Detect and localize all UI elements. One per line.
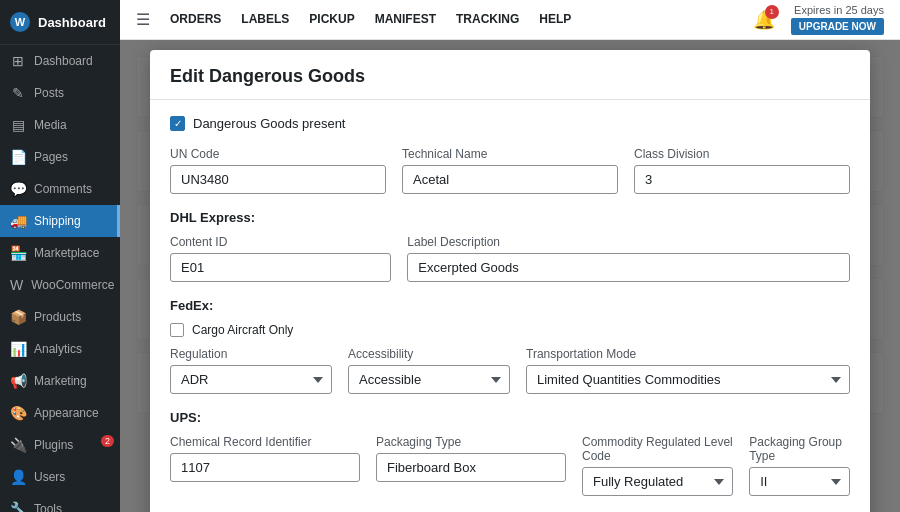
sidebar-item-marketing[interactable]: 📢 Marketing <box>0 365 120 397</box>
sidebar-item-tools[interactable]: 🔧 Tools <box>0 493 120 512</box>
dashboard-icon: ⊞ <box>10 53 26 69</box>
un-code-label: UN Code <box>170 147 386 161</box>
sidebar-item-appearance[interactable]: 🎨 Appearance <box>0 397 120 429</box>
fedex-section: FedEx: Cargo Aircraft Only Regulation AD… <box>170 298 850 394</box>
modal-body: Dangerous Goods present UN Code Technica… <box>150 100 870 512</box>
technical-name-input[interactable] <box>402 165 618 194</box>
hamburger-icon[interactable]: ☰ <box>136 10 150 29</box>
chem-record-group: Chemical Record Identifier <box>170 435 360 496</box>
commodity-group: Commodity Regulated Level Code Fully Reg… <box>582 435 733 496</box>
accessibility-select[interactable]: Accessible Inaccessible <box>348 365 510 394</box>
class-division-input[interactable] <box>634 165 850 194</box>
nav-pickup[interactable]: PICKUP <box>299 0 364 40</box>
sidebar-item-users[interactable]: 👤 Users <box>0 461 120 493</box>
sidebar-item-shipping[interactable]: 🚚 Shipping <box>0 205 120 237</box>
nav-manifest[interactable]: MANIFEST <box>365 0 446 40</box>
cargo-checkbox[interactable] <box>170 323 184 337</box>
sidebar-item-label: Dashboard <box>34 54 93 68</box>
appearance-icon: 🎨 <box>10 405 26 421</box>
notification-bell[interactable]: 🔔 1 <box>753 9 775 31</box>
expires-section: Expires in 25 days UPGRADE NOW <box>791 4 884 35</box>
bell-badge: 1 <box>765 5 779 19</box>
dangerous-goods-checkbox-row[interactable]: Dangerous Goods present <box>170 116 850 131</box>
un-code-group: UN Code <box>170 147 386 194</box>
sidebar-item-marketplace[interactable]: 🏪 Marketplace <box>0 237 120 269</box>
packaging-group-select[interactable]: I II III <box>749 467 850 496</box>
nav-help[interactable]: HELP <box>529 0 581 40</box>
sidebar-item-media[interactable]: ▤ Media <box>0 109 120 141</box>
sidebar-item-comments[interactable]: 💬 Comments <box>0 173 120 205</box>
commodity-label: Commodity Regulated Level Code <box>582 435 733 463</box>
packaging-type-input[interactable] <box>376 453 566 482</box>
woocommerce-icon: W <box>10 277 23 293</box>
expires-text: Expires in 25 days <box>791 4 884 16</box>
plugins-badge: 2 <box>101 435 114 447</box>
content-id-input[interactable] <box>170 253 391 282</box>
chem-record-input[interactable] <box>170 453 360 482</box>
sidebar-item-label: Marketplace <box>34 246 99 260</box>
sidebar-item-posts[interactable]: ✎ Posts <box>0 77 120 109</box>
sidebar: W Dashboard ⊞ Dashboard ✎ Posts ▤ Media … <box>0 0 120 512</box>
transport-mode-select[interactable]: Limited Quantities Commodities Passenger… <box>526 365 850 394</box>
page-content: Cust... Harm... Cou... Spe... Deliv... D… <box>120 40 900 512</box>
dhl-title: DHL Express: <box>170 210 850 225</box>
users-icon: 👤 <box>10 469 26 485</box>
sidebar-item-label: Products <box>34 310 81 324</box>
fedex-fields-row: Regulation ADR IATA IMDG Accessibility <box>170 347 850 394</box>
ups-title: UPS: <box>170 410 850 425</box>
accessibility-label: Accessibility <box>348 347 510 361</box>
dhl-section: DHL Express: Content ID Label Descriptio… <box>170 210 850 282</box>
commodity-select[interactable]: Fully Regulated Limited Quantity Excepte… <box>582 467 733 496</box>
label-desc-input[interactable] <box>407 253 850 282</box>
analytics-icon: 📊 <box>10 341 26 357</box>
sidebar-item-pages[interactable]: 📄 Pages <box>0 141 120 173</box>
sidebar-item-products[interactable]: 📦 Products <box>0 301 120 333</box>
nav-tracking[interactable]: TRACKING <box>446 0 529 40</box>
sidebar-item-label: Media <box>34 118 67 132</box>
marketing-icon: 📢 <box>10 373 26 389</box>
cargo-label: Cargo Aircraft Only <box>192 323 293 337</box>
nav-orders[interactable]: ORDERS <box>160 0 231 40</box>
un-code-input[interactable] <box>170 165 386 194</box>
sidebar-logo: W Dashboard <box>0 0 120 45</box>
comments-icon: 💬 <box>10 181 26 197</box>
label-desc-group: Label Description <box>407 235 850 282</box>
plugins-icon: 🔌 <box>10 437 26 453</box>
topbar-nav: ORDERS LABELS PICKUP MANIFEST TRACKING H… <box>160 0 581 40</box>
sidebar-item-woocommerce[interactable]: W WooCommerce <box>0 269 120 301</box>
sidebar-item-plugins[interactable]: 🔌 Plugins 2 <box>0 429 120 461</box>
ups-fields-row: Chemical Record Identifier Packaging Typ… <box>170 435 850 496</box>
packaging-type-label: Packaging Type <box>376 435 566 449</box>
edit-dangerous-goods-modal: Edit Dangerous Goods Dangerous Goods pre… <box>150 50 870 512</box>
basic-fields-row: UN Code Technical Name Class Division <box>170 147 850 194</box>
ups-section: UPS: Chemical Record Identifier Packagin… <box>170 410 850 496</box>
pages-icon: 📄 <box>10 149 26 165</box>
sidebar-item-label: Marketing <box>34 374 87 388</box>
products-icon: 📦 <box>10 309 26 325</box>
modal-overlay: Edit Dangerous Goods Dangerous Goods pre… <box>120 40 900 512</box>
sidebar-item-label: Analytics <box>34 342 82 356</box>
sidebar-item-dashboard[interactable]: ⊞ Dashboard <box>0 45 120 77</box>
technical-name-group: Technical Name <box>402 147 618 194</box>
packaging-group-group: Packaging Group Type I II III <box>749 435 850 496</box>
sidebar-item-label: Appearance <box>34 406 99 420</box>
regulation-group: Regulation ADR IATA IMDG <box>170 347 332 394</box>
sidebar-item-analytics[interactable]: 📊 Analytics <box>0 333 120 365</box>
dangerous-goods-checkbox[interactable] <box>170 116 185 131</box>
cargo-checkbox-row[interactable]: Cargo Aircraft Only <box>170 323 850 337</box>
content-id-group: Content ID <box>170 235 391 282</box>
topbar: ☰ ORDERS LABELS PICKUP MANIFEST TRACKING… <box>120 0 900 40</box>
sidebar-item-label: Pages <box>34 150 68 164</box>
nav-labels[interactable]: LABELS <box>231 0 299 40</box>
class-division-group: Class Division <box>634 147 850 194</box>
packaging-group-label: Packaging Group Type <box>749 435 850 463</box>
sidebar-item-label: Shipping <box>34 214 81 228</box>
accessibility-group: Accessibility Accessible Inaccessible <box>348 347 510 394</box>
upgrade-button[interactable]: UPGRADE NOW <box>791 18 884 35</box>
transport-mode-group: Transportation Mode Limited Quantities C… <box>526 347 850 394</box>
sidebar-item-label: Posts <box>34 86 64 100</box>
regulation-select[interactable]: ADR IATA IMDG <box>170 365 332 394</box>
sidebar-item-label: Comments <box>34 182 92 196</box>
main-area: ☰ ORDERS LABELS PICKUP MANIFEST TRACKING… <box>120 0 900 512</box>
modal-title: Edit Dangerous Goods <box>170 66 850 87</box>
